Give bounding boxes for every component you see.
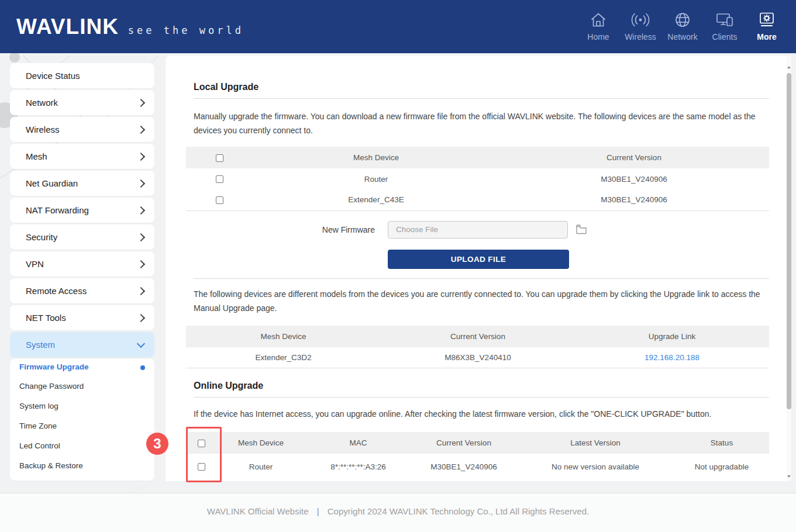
scrollbar-thumb[interactable]	[787, 73, 791, 409]
top-header-bar: WAVLINK see the world Home Wireless	[0, 0, 796, 53]
local-upgrade-title: Local Upgrade	[194, 82, 769, 92]
system-submenu: Firmware Upgrade Change Password System …	[10, 359, 154, 481]
folder-icon	[576, 224, 587, 234]
version-cell: M30BE1_V240906	[411, 479, 516, 481]
version-cell: M30BE1_V240906	[499, 189, 769, 210]
annotation-step-badge: 3	[146, 433, 168, 455]
table-header-row: Mesh Device MAC Current Version Latest V…	[186, 432, 769, 454]
scrollbar-up-arrow[interactable]	[787, 66, 791, 68]
version-cell: M30BE1_V240906	[411, 454, 516, 479]
vertical-scrollbar[interactable]	[787, 56, 791, 481]
column-header: Latest Version	[516, 432, 674, 454]
chevron-down-icon	[137, 339, 145, 347]
divider	[194, 278, 769, 279]
new-firmware-row: New Firmware	[186, 221, 769, 239]
nav-item-clients[interactable]: Clients	[704, 12, 746, 42]
upgrade-link[interactable]: 192.168.20.188	[645, 353, 699, 362]
chevron-right-icon	[137, 152, 145, 160]
wavlink-logo: WAVLINK see the world	[16, 15, 244, 39]
chevron-right-icon	[137, 179, 145, 187]
sidebar-item-network[interactable]: Network	[10, 90, 154, 115]
sidebar-item-remote-access[interactable]: Remote Access	[10, 278, 154, 303]
upload-file-button[interactable]: UPLOAD FILE	[388, 250, 569, 269]
submenu-item-time-zone[interactable]: Time Zone	[19, 416, 154, 436]
sidebar-item-vpn[interactable]: VPN	[10, 251, 154, 277]
active-page-dot	[140, 365, 145, 370]
table-row: Extender_C3D2 M86X3B_V240410 192.168.20.…	[186, 347, 769, 368]
logo-text: WAVLINK	[16, 15, 119, 39]
mesh-device-cell: Extender_C43E	[216, 479, 305, 481]
submenu-item-change-password[interactable]: Change Password	[19, 376, 154, 396]
nav-item-more[interactable]: More	[746, 12, 788, 42]
row-checkbox[interactable]	[198, 463, 205, 471]
divider	[194, 397, 769, 398]
sidebar-item-nat-forwarding[interactable]: NAT Forwarding	[10, 198, 154, 223]
latest-version-cell: No new version available	[516, 479, 674, 481]
column-header: Mesh Device	[186, 326, 381, 347]
mac-cell: 8*:**:**:**:A3:26	[305, 454, 411, 479]
chevron-right-icon	[137, 233, 145, 241]
online-upgrade-table: Mesh Device MAC Current Version Latest V…	[186, 432, 769, 481]
sidebar-item-mesh[interactable]: Mesh	[10, 144, 154, 169]
mesh-device-cell: Router	[216, 454, 305, 479]
column-header: Upgrade Link	[575, 326, 769, 347]
table-row: Extender_C43E M30BE1_V240906	[186, 189, 769, 210]
footer: WAVLINK Official Website | Copyright 202…	[0, 493, 796, 532]
scrollbar-down-arrow[interactable]	[787, 475, 791, 478]
column-header: Current Version	[499, 147, 769, 168]
sidebar-item-system[interactable]: System	[10, 332, 154, 357]
column-header: Mesh Device	[216, 432, 305, 454]
submenu-item-led-control[interactable]: Led Control	[19, 436, 154, 456]
table-header-row: Mesh Device Current Version	[186, 147, 769, 168]
footer-separator: |	[317, 506, 319, 516]
chevron-right-icon	[137, 313, 145, 322]
sidebar-item-net-tools[interactable]: NET Tools	[10, 305, 154, 330]
submenu-item-backup-restore[interactable]: Backup & Restore	[19, 456, 154, 476]
submenu-item-timing-reboot[interactable]: Timing Reboot	[19, 476, 154, 481]
mesh-device-cell: Extender_C3D2	[186, 347, 381, 368]
sidebar-item-security[interactable]: Security	[10, 224, 154, 250]
submenu-item-firmware-upgrade[interactable]: Firmware Upgrade	[19, 359, 154, 376]
nav-item-network[interactable]: Network	[661, 12, 704, 42]
table-row: Router 8*:**:**:**:A3:26 M30BE1_V240906 …	[186, 454, 769, 479]
row-checkbox[interactable]	[216, 196, 223, 204]
main-content-panel: Local Upgrade Manually upgrade the firmw…	[166, 56, 791, 481]
footer-copyright: Copyright 2024 WAVLINK Technology Co., L…	[328, 506, 589, 516]
version-cell: M30BE1_V240906	[499, 168, 769, 189]
nav-item-home[interactable]: Home	[577, 12, 619, 42]
row-checkbox[interactable]	[216, 175, 223, 183]
nav-item-wireless[interactable]: Wireless	[619, 12, 661, 42]
select-all-checkbox[interactable]	[216, 154, 223, 162]
mesh-device-cell: Extender_C43E	[253, 189, 499, 210]
chevron-right-icon	[137, 125, 145, 133]
online-upgrade-title: Online Upgrade	[194, 381, 769, 391]
column-header: Current Version	[411, 432, 516, 454]
column-header: Current Version	[381, 326, 575, 347]
table-header-row: Mesh Device Current Version Upgrade Link	[186, 326, 769, 347]
mesh-device-cell: Router	[253, 168, 499, 189]
footer-official-website-link[interactable]: WAVLINK Official Website	[207, 506, 309, 516]
same-model-table: Mesh Device Current Version Router M30BE…	[186, 147, 769, 211]
chevron-right-icon	[137, 98, 145, 106]
column-header: MAC	[305, 432, 411, 454]
sidebar-item-device-status[interactable]: Device Status	[10, 63, 154, 88]
network-globe-icon	[674, 12, 691, 28]
online-upgrade-description: If the device has Internet access, you c…	[194, 407, 761, 421]
divider	[194, 98, 769, 99]
browse-file-button[interactable]	[576, 224, 587, 236]
firmware-file-input[interactable]	[388, 221, 568, 239]
home-icon	[590, 12, 607, 28]
sidebar-item-wireless[interactable]: Wireless	[10, 117, 154, 142]
mac-cell: 8*:**:**:**:C4:3E	[305, 479, 411, 481]
table-row: Router M30BE1_V240906	[186, 168, 769, 189]
logo-tagline: see the world	[128, 25, 244, 36]
submenu-item-system-log[interactable]: System log	[19, 396, 154, 416]
status-cell: Not upgradable	[674, 479, 769, 481]
status-cell: Not upgradable	[674, 454, 769, 479]
version-cell: M86X3B_V240410	[381, 347, 575, 368]
more-settings-icon	[757, 12, 776, 28]
sidebar-item-net-guardian[interactable]: Net Guardian	[10, 171, 154, 196]
local-upgrade-description: Manually upgrade the firmware. You can d…	[194, 109, 761, 137]
header-nav: Home Wireless Network	[577, 0, 788, 53]
select-all-checkbox[interactable]	[198, 440, 205, 447]
